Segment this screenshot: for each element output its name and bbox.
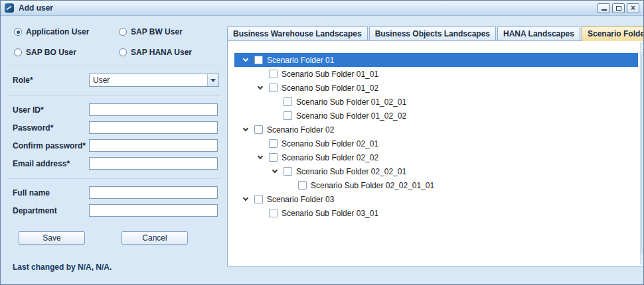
radio-label: SAP HANA User — [131, 48, 192, 57]
save-button[interactable]: Save — [19, 231, 85, 245]
department-row: Department — [13, 204, 221, 217]
tree-item-label: Scenario Sub Folder 02_02_01 — [296, 167, 406, 176]
chevron-down-icon[interactable] — [272, 168, 278, 173]
tree-item[interactable]: Scenario Sub Folder 02_02_01 — [234, 164, 638, 178]
window-title: Add user — [19, 3, 53, 13]
tree-item-label: Scenario Sub Folder 02_02_01_01 — [311, 181, 434, 190]
tab-business-warehouse-landscapes[interactable]: Business Warehouse Landscapes — [227, 27, 368, 40]
maximize-icon — [616, 6, 621, 11]
confirm-password-row: Confirm password* — [13, 139, 221, 152]
tree-item[interactable]: Scenario Sub Folder 01_01 — [234, 67, 638, 81]
tree-item[interactable]: Scenario Folder 03 — [234, 192, 638, 206]
chevron-down-icon[interactable] — [243, 56, 248, 62]
dialog-body: Application User SAP BW User SAP BO User… — [1, 16, 643, 285]
checkbox[interactable] — [283, 111, 292, 120]
confirm-password-field[interactable] — [89, 139, 218, 152]
role-dropdown-button[interactable] — [207, 74, 218, 86]
password-label: Password* — [13, 123, 89, 133]
tree-item[interactable]: Scenario Sub Folder 01_02_02 — [234, 109, 638, 123]
separator — [7, 95, 221, 96]
role-row: Role* User — [13, 74, 221, 87]
email-label: Email address* — [13, 159, 89, 168]
department-label: Department — [13, 206, 89, 215]
tree-item-label: Scenario Sub Folder 01_02_02 — [296, 111, 406, 121]
tree-item[interactable]: Scenario Sub Folder 02_02_01_01 — [234, 178, 638, 192]
tree-item-label: Scenario Sub Folder 01_02_01 — [296, 97, 406, 107]
radio-label: SAP BW User — [131, 27, 183, 36]
vertical-scrollbar[interactable] — [640, 42, 644, 264]
tree-item-label: Scenario Sub Folder 01_01 — [282, 70, 378, 79]
app-icon — [5, 3, 14, 13]
scroll-up-button[interactable] — [641, 43, 644, 53]
add-user-dialog: Add user × Application User SAP BW User — [0, 0, 644, 285]
full-name-field[interactable] — [89, 186, 218, 199]
full-name-label: Full name — [13, 188, 89, 198]
user-id-field[interactable] — [89, 103, 218, 116]
tree-item[interactable]: Scenario Folder 02 — [234, 123, 638, 137]
radio-sap-hana-user[interactable]: SAP HANA User — [119, 48, 221, 57]
scrollbar-thumb[interactable] — [641, 54, 644, 253]
minimize-button[interactable] — [598, 3, 610, 13]
user-id-label: User ID* — [13, 105, 89, 115]
chevron-down-icon[interactable] — [243, 126, 248, 131]
tree-item[interactable]: Scenario Sub Folder 01_02_01 — [234, 95, 638, 109]
tab-hana-landscapes[interactable]: HANA Landscapes — [497, 27, 580, 40]
radio-icon — [119, 48, 127, 56]
titlebar: Add user × — [1, 1, 643, 16]
landscapes-section: Business Warehouse Landscapes Business O… — [225, 16, 644, 285]
email-row: Email address* — [13, 157, 221, 170]
user-form: Application User SAP BW User SAP BO User… — [1, 16, 225, 285]
checkbox[interactable] — [283, 97, 292, 106]
checkbox[interactable] — [269, 84, 278, 92]
scroll-down-button[interactable] — [641, 254, 644, 264]
tree-item-label: Scenario Folder 03 — [267, 195, 334, 204]
separator — [7, 66, 221, 66]
email-field[interactable] — [89, 157, 218, 170]
chevron-down-icon[interactable] — [258, 84, 263, 89]
scenario-folders-panel: Scenario Folder 01 Scenario Sub Folder 0… — [227, 40, 644, 266]
role-label: Role* — [13, 76, 89, 85]
close-icon: × — [631, 4, 635, 12]
maximize-button[interactable] — [612, 3, 625, 13]
checkbox[interactable] — [283, 167, 292, 176]
checkbox[interactable] — [298, 181, 307, 190]
role-selected-value: User — [90, 76, 110, 85]
radio-application-user[interactable]: Application User — [14, 27, 119, 36]
password-field[interactable] — [89, 121, 218, 134]
tree-item[interactable]: Scenario Sub Folder 03_01 — [234, 206, 638, 220]
radio-sap-bo-user[interactable]: SAP BO User — [14, 48, 119, 57]
tree-item-label: Scenario Folder 02 — [267, 125, 334, 135]
chevron-down-icon[interactable] — [258, 154, 263, 159]
form-buttons: Save Cancel — [13, 231, 221, 245]
tab-scenario-folders[interactable]: Scenario Folders — [582, 26, 644, 41]
checkbox[interactable] — [269, 209, 278, 217]
chevron-down-icon — [210, 79, 216, 82]
separator — [7, 178, 221, 179]
checkbox[interactable] — [269, 139, 278, 148]
radio-sap-bw-user[interactable]: SAP BW User — [119, 27, 221, 36]
tree-item-label: Scenario Sub Folder 03_01 — [282, 209, 378, 218]
tree-item-label: Scenario Folder 01 — [267, 56, 334, 65]
cancel-button[interactable]: Cancel — [121, 231, 188, 245]
full-name-row: Full name — [13, 186, 221, 199]
tree-item-label: Scenario Sub Folder 01_02 — [282, 84, 378, 93]
checkbox[interactable] — [269, 70, 278, 78]
checkbox[interactable] — [254, 125, 263, 134]
role-select[interactable]: User — [89, 74, 219, 87]
tree-item-label: Scenario Sub Folder 02_02 — [282, 153, 378, 162]
scenario-folder-tree: Scenario Folder 01 Scenario Sub Folder 0… — [234, 53, 638, 220]
close-button[interactable]: × — [627, 3, 639, 13]
radio-label: Application User — [26, 27, 89, 36]
tab-business-objects-landscapes[interactable]: Business Objects Landscapes — [369, 27, 496, 40]
tree-item[interactable]: Scenario Sub Folder 02_01 — [234, 137, 638, 150]
chevron-down-icon[interactable] — [243, 196, 248, 201]
user-id-row: User ID* — [13, 103, 221, 116]
window-controls: × — [598, 3, 639, 13]
department-field[interactable] — [89, 204, 218, 217]
checkbox[interactable] — [254, 56, 263, 64]
tree-item[interactable]: Scenario Sub Folder 02_02 — [234, 150, 638, 164]
checkbox[interactable] — [254, 195, 263, 203]
tree-item[interactable]: Scenario Folder 01 — [234, 53, 638, 67]
tree-item[interactable]: Scenario Sub Folder 01_02 — [234, 81, 638, 95]
checkbox[interactable] — [269, 153, 278, 162]
